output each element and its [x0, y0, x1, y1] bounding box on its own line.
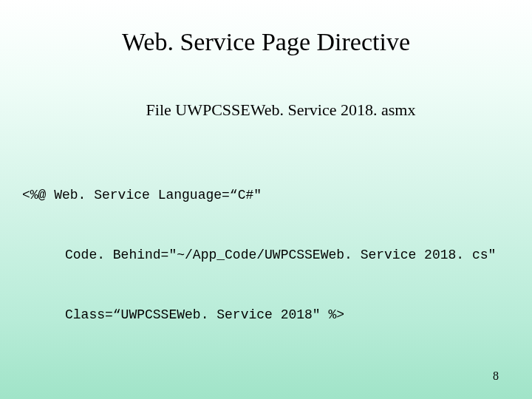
code-block: <%@ Web. Service Language=“C#" Code. Beh… — [22, 146, 510, 365]
code-line-3: Class=“UWPCSSEWeb. Service 2018" %> — [22, 305, 510, 325]
slide-container: Web. Service Page Directive File UWPCSSE… — [0, 0, 532, 399]
slide-title: Web. Service Page Directive — [22, 28, 510, 56]
code-line-2: Code. Behind="~/App_Code/UWPCSSEWeb. Ser… — [22, 245, 510, 265]
slide-subtitle: File UWPCSSEWeb. Service 2018. asmx — [52, 100, 510, 120]
page-number: 8 — [493, 369, 499, 383]
code-line-1: <%@ Web. Service Language=“C#" — [22, 185, 510, 205]
